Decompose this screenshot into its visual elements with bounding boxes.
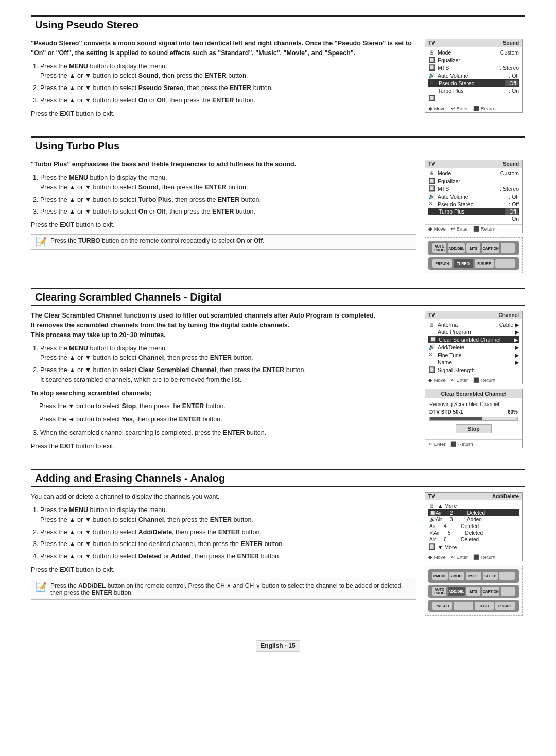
menu-title: Channel <box>499 312 519 318</box>
tv-box-footer: ◆ Move ↩ Enter ⬛ Return <box>425 104 522 112</box>
remote-btn-mts[interactable]: MTS <box>466 243 480 253</box>
row-icon: 🔲 <box>428 185 436 192</box>
tv-box-footer: ◆ Move ↩ Enter ⬛ Return <box>425 376 522 384</box>
remote-btn-empty <box>501 243 515 253</box>
remote-btn-mts2[interactable]: MTS <box>466 587 480 596</box>
tv-row: 🔲 MTS : Stereo <box>428 185 519 192</box>
row-value: : Cable ▶ <box>496 322 519 328</box>
remote-btn-sleep[interactable]: SLEEP <box>483 572 498 580</box>
chan-num: 2 <box>450 510 464 516</box>
stop-button[interactable]: Stop <box>456 424 492 433</box>
turbo-plus-section: Using Turbo Plus "Turbo Plus" emphasizes… <box>31 136 525 273</box>
remote-btn-smode[interactable]: S.MODE <box>449 572 465 580</box>
row-icon: 🔲 <box>428 366 436 373</box>
tv-row-highlighted: 🔲 Clear Scrambled Channel ▶ <box>428 336 519 343</box>
row-icon: 🔲 <box>428 178 436 184</box>
menu-title: Add/Delete <box>492 494 519 499</box>
row-label: ▲ More <box>438 503 517 509</box>
csc-percent: 60% <box>508 409 518 415</box>
add-del-row: Air 6 : Deleted <box>428 536 519 543</box>
tv-row: 🔊 Auto Volume : Off <box>428 72 519 79</box>
remote-btn-pmode[interactable]: PMODE <box>432 572 448 580</box>
row-value: : Stereo <box>500 65 519 71</box>
row-icon: 🔊 <box>428 344 436 350</box>
adding-erasing-body: You can add or delete a channel to displ… <box>31 492 525 616</box>
tv-box-body: 🖥 ▲ More 🔲 Air 2 : Deleted 🔊 Air 3 <box>425 500 522 553</box>
tv-row-highlighted: Turbo Plus : Off <box>428 208 519 215</box>
step-item: Press the MENU button to display the men… <box>40 173 416 192</box>
remote-buttons-adddel-row1: PMODE S.MODE PSIZE SLEEP <box>428 569 519 583</box>
row-label: Fine Tune <box>438 352 513 358</box>
row-value: : Stereo <box>500 186 519 192</box>
remote-btn-turbo[interactable]: TURBO <box>454 259 473 268</box>
row-value: ▶ <box>515 329 519 335</box>
chan-num: 3 <box>450 517 464 522</box>
step-item: Press the ▲ or ▼ button to select Clear … <box>40 365 416 385</box>
turbo-plus-images: TV Sound 🖥 Mode : Custom 🔲 Equalizer <box>425 160 525 273</box>
menu-title: Sound <box>503 40 519 46</box>
remote-btn-prech[interactable]: PRE-CH <box>432 259 452 268</box>
clearing-steps: Press the MENU button to display the men… <box>40 344 416 385</box>
footer-return: ⬛ Return <box>473 554 495 560</box>
remote-btn-rbo[interactable]: R.BO <box>475 602 494 610</box>
remote-btn-adddel2[interactable]: ADD/DEL <box>448 587 465 596</box>
clearing-scrambled-section: Clearing Scrambled Channels - Digital Th… <box>31 288 525 454</box>
remote-btn-autoprog[interactable]: AUTO PROG <box>432 243 446 253</box>
tv-menu-box-channel: TV Channel 🖥 Antenna : Cable ▶ Auto Prog… <box>425 311 523 384</box>
row-label: MTS <box>438 65 498 71</box>
tv-row: Turbo Plus : On <box>428 87 519 94</box>
step-item: Press the ▲ or ▼ button to select Pseudo… <box>40 83 416 93</box>
remote-btn-psize[interactable]: PSIZE <box>466 572 481 580</box>
remote-btn-caption2[interactable]: CAPTION <box>482 587 499 596</box>
footer-enter: ↩ Enter <box>451 106 468 111</box>
remote-btn-rsurf2[interactable]: R.SURF <box>495 602 515 610</box>
pseudo-stereo-header: Using Pseudo Stereo <box>31 15 525 33</box>
page-footer-wrap: English - 15 <box>31 630 525 652</box>
step-item: Press the MENU button to display the men… <box>40 344 416 363</box>
turbo-plus-intro: "Turbo Plus" emphasizes the bass and tre… <box>31 160 416 169</box>
tv-row: On <box>428 215 519 222</box>
row-icon: 🖥 <box>428 503 436 509</box>
adding-intro: You can add or delete a channel to displ… <box>31 492 416 502</box>
stop-section-title: To stop searching scrambled channels; <box>31 389 416 398</box>
chan-num: 4 <box>444 523 458 529</box>
page-footer: English - 15 <box>256 640 300 652</box>
tv-menu-box: TV Sound 🖥 Mode : Custom 🔲 Equalizer <box>425 39 523 113</box>
row-icon: 🔊 <box>429 517 436 522</box>
remote-btn-caption[interactable]: CAPTION <box>482 243 499 253</box>
chan-status: : Deleted <box>464 510 485 516</box>
row-label: Antenna <box>438 322 494 328</box>
row-icon: 🔊 <box>428 72 436 79</box>
csc-channel-label: DTV STD 50-1 <box>429 409 463 415</box>
tv-box-body: 🖥 Antenna : Cable ▶ Auto Program ▶ 🔲 Cle… <box>425 319 522 376</box>
row-icon: 🖥 <box>428 170 436 177</box>
adding-erasing-title: Adding and Erasing Channels - Analog <box>35 472 225 484</box>
adding-erasing-text: You can add or delete a channel to displ… <box>31 492 416 616</box>
remote-btn-autoprog2[interactable]: AUTO PROG <box>432 587 446 596</box>
chan-status: : Deleted <box>462 530 483 536</box>
row-icon: ✕ <box>429 80 437 86</box>
footer-enter: ↩ Enter <box>451 377 468 383</box>
stop-line1: Press the ▼ button to select Stop, then … <box>39 401 416 411</box>
add-del-row: Air 4 : Deleted <box>428 523 519 530</box>
turbo-note-box: 📝 Press the TURBO button on the remote c… <box>31 234 416 250</box>
add-del-row-highlighted: 🔲 Air 2 : Deleted <box>428 509 519 516</box>
remote-btn-prech2[interactable]: PRE-CH <box>432 602 452 610</box>
note-icon: 📝 <box>36 582 47 591</box>
footer-enter: ↩ Enter <box>451 226 468 232</box>
row-value: : Off <box>509 201 519 207</box>
remote-btn-rsurf[interactable]: R.SURF <box>475 259 494 268</box>
row-label: Equalizer <box>438 178 517 184</box>
tv-row: 🖥 ▲ More <box>428 502 519 509</box>
remote-btn-adddel[interactable]: ADD/DEL <box>448 243 465 253</box>
row-label: Auto Program <box>438 329 513 335</box>
row-value: : Off <box>505 80 518 86</box>
row-label: MTS <box>438 186 498 192</box>
exit-note: Press the EXIT button to exit. <box>31 220 416 230</box>
row-value: ▶ <box>515 359 519 365</box>
footer-move: ◆ Move <box>428 226 446 232</box>
exit-note: Press the EXIT button to exit. <box>31 442 416 451</box>
remote-btn-empty4 <box>501 587 515 596</box>
row-value: ▶ <box>515 352 519 358</box>
tv-box-footer: ◆ Move ↩ Enter ⬛ Return <box>425 553 522 561</box>
